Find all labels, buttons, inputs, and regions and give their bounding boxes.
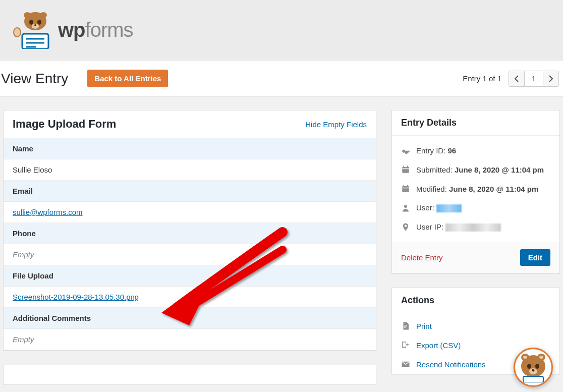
detail-submitted: Submitted: June 8, 2020 @ 11:04 pm: [401, 160, 550, 179]
svg-rect-14: [404, 166, 405, 168]
field-value-name: Sullie Eloso: [4, 159, 376, 181]
hide-empty-fields-link[interactable]: Hide Empty Fields: [305, 120, 367, 129]
svg-point-30: [539, 356, 543, 359]
field-label-name: Name: [4, 138, 376, 159]
logo-text: wpforms: [58, 19, 133, 41]
location-icon: [401, 222, 410, 232]
svg-rect-12: [402, 167, 409, 173]
key-icon: [401, 146, 410, 155]
entry-count: Entry 1 of 1: [463, 74, 501, 83]
print-link[interactable]: Print: [416, 322, 432, 330]
detail-user: User:: [401, 198, 550, 217]
detail-user-ip: User IP:: [401, 217, 550, 237]
svg-rect-16: [402, 186, 409, 192]
chevron-right-icon: [548, 75, 553, 82]
user-icon: [401, 203, 410, 212]
email-link[interactable]: sullie@wpforms.com: [13, 208, 83, 216]
svg-rect-19: [407, 185, 408, 187]
calendar-icon: [401, 165, 410, 174]
svg-rect-17: [402, 188, 409, 189]
svg-point-20: [404, 205, 407, 208]
pager-page-number: 1: [525, 71, 543, 87]
notes-panel-stub: [3, 365, 376, 385]
export-icon: [401, 341, 410, 350]
svg-point-6: [40, 12, 47, 18]
detail-modified: Modified: June 8, 2020 @ 11:04 pm: [401, 179, 550, 198]
chevron-left-icon: [514, 75, 519, 82]
svg-rect-13: [402, 169, 409, 170]
export-csv-link[interactable]: Export (CSV): [416, 341, 461, 350]
wpforms-logo: wpforms: [10, 11, 133, 49]
title-bar: View Entry Back to All Entries Entry 1 o…: [0, 61, 563, 97]
resend-notifications-link[interactable]: Resend Notifications: [416, 360, 486, 369]
redacted-user: [436, 204, 462, 212]
field-label-file-upload: File Upload: [4, 265, 376, 287]
field-value-email: sullie@wpforms.com: [4, 202, 376, 223]
page-title: View Entry: [1, 71, 68, 87]
file-link[interactable]: Screenshot-2019-09-28-13.05.30.png: [13, 293, 139, 301]
form-name-heading: Image Upload Form: [13, 118, 116, 131]
svg-point-26: [532, 369, 535, 372]
redacted-ip: [445, 223, 501, 232]
svg-point-11: [14, 28, 21, 37]
calendar-icon: [401, 184, 410, 193]
actions-heading: Actions: [401, 295, 434, 306]
field-label-phone: Phone: [4, 223, 376, 244]
pager: 1: [509, 71, 559, 87]
field-value-file-upload: Screenshot-2019-09-28-13.05.30.png: [4, 287, 376, 308]
entry-details-heading: Entry Details: [401, 118, 457, 128]
edit-button[interactable]: Edit: [520, 249, 550, 266]
mascot-icon: [10, 11, 53, 49]
field-value-phone: Empty: [4, 244, 376, 265]
svg-point-2: [37, 20, 41, 25]
envelope-icon: [401, 360, 410, 369]
svg-point-4: [34, 24, 36, 26]
svg-point-1: [29, 20, 33, 25]
svg-point-29: [523, 356, 527, 359]
document-icon: [401, 321, 410, 330]
mascot-avatar-icon: [518, 352, 548, 382]
back-to-entries-button[interactable]: Back to All Entries: [87, 70, 168, 87]
entry-details-panel: Entry Details Entry ID: 96 Submitted: Ju…: [391, 110, 560, 273]
logo-bar: wpforms: [0, 0, 563, 61]
action-print[interactable]: Print: [401, 316, 550, 335]
svg-rect-31: [523, 376, 543, 382]
pager-next-button[interactable]: [543, 71, 559, 87]
svg-point-23: [527, 364, 531, 369]
entry-fields-panel: Image Upload Form Hide Empty Fields Name…: [3, 110, 376, 351]
help-widget-avatar[interactable]: [514, 348, 553, 385]
svg-point-24: [535, 364, 539, 369]
field-value-comments: Empty: [4, 329, 376, 350]
svg-point-5: [24, 12, 31, 18]
svg-rect-15: [407, 166, 408, 168]
field-label-email: Email: [4, 181, 376, 202]
detail-entry-id: Entry ID: 96: [401, 141, 550, 160]
pager-prev-button[interactable]: [509, 71, 525, 87]
delete-entry-link[interactable]: Delete Entry: [401, 253, 443, 262]
field-label-comments: Additional Comments: [4, 308, 376, 329]
svg-rect-18: [404, 185, 405, 187]
